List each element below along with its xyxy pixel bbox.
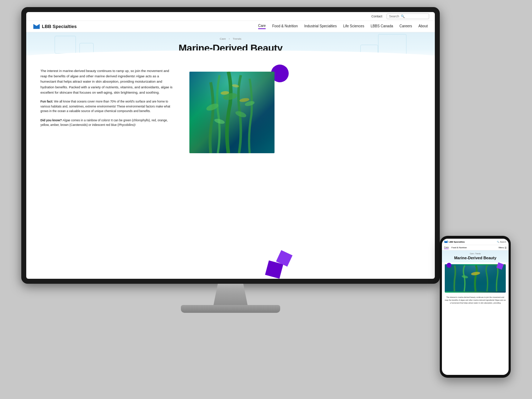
nav-care[interactable]: Care (258, 24, 266, 29)
phone-topbar: LBB Specialties 🔍 Search (442, 239, 509, 245)
nav-life-sciences[interactable]: Life Sciences (343, 24, 364, 29)
breadcrumb-current: Trends (233, 37, 242, 40)
phone-nav: Care Food & Nutrition Menu ☰ (442, 245, 509, 250)
fun-fact-text: We all know that oceans cover more than … (40, 100, 170, 113)
search-icon: 🔍 (401, 15, 405, 18)
main-text: The interest in marine-derived beauty co… (40, 68, 175, 95)
phone-menu-button[interactable]: Menu ☰ (499, 246, 506, 249)
monitor-bezel: Contact Search 🔍 LBB Specialties (21, 7, 440, 284)
phone: LBB Specialties 🔍 Search Care Food & Nut… (440, 236, 511, 378)
fun-fact-label: Fun fact: (40, 100, 53, 103)
phone-logo-text: LBB Specialties (449, 241, 465, 243)
phone-logo: LBB Specialties (444, 240, 465, 243)
phone-hero: Care › Trends Marine-Derived Beauty (442, 250, 509, 262)
phone-search-icon: 🔍 (497, 241, 499, 243)
monitor-stand (209, 284, 252, 305)
nav-food-nutrition[interactable]: Food & Nutrition (272, 24, 298, 29)
content-area: The interest in marine-derived beauty co… (26, 61, 435, 279)
phone-nav-food[interactable]: Food & Nutrition (451, 246, 467, 249)
page-title: Marine-Derived Beauty (33, 43, 428, 54)
nav-industrial[interactable]: Industrial Specialties (304, 24, 337, 29)
breadcrumb-parent[interactable]: Care (220, 37, 226, 40)
phone-body-text: The interest in marine-derived beauty co… (442, 294, 509, 306)
monitor-screen: Contact Search 🔍 LBB Specialties (26, 12, 435, 279)
website: Contact Search 🔍 LBB Specialties (26, 12, 435, 279)
monitor: Contact Search 🔍 LBB Specialties (21, 7, 440, 298)
nav-links: Care Food & Nutrition Industrial Special… (258, 24, 428, 29)
phone-search[interactable]: 🔍 Search (497, 241, 506, 243)
nav-careers[interactable]: Careers (399, 24, 412, 29)
search-label: Search (389, 15, 399, 18)
phone-logo-icon (444, 240, 448, 243)
breadcrumb-separator: › (229, 37, 230, 40)
phone-menu-label: Menu (499, 246, 504, 249)
text-column: The interest in marine-derived beauty co… (40, 68, 175, 272)
phone-algae-image (445, 264, 506, 293)
did-you-know: Did you know? Algae comes in a rainbow o… (40, 118, 175, 128)
nav-lbbs-canada[interactable]: LBBS Canada (371, 24, 393, 29)
phone-kelp-svg (445, 264, 506, 293)
phone-nav-care[interactable]: Care (444, 246, 449, 249)
site-logo[interactable]: LBB Specialties (33, 24, 77, 29)
phone-breadcrumb-current: Trends (475, 253, 481, 255)
contact-link[interactable]: Contact (371, 15, 382, 18)
image-column (189, 68, 289, 272)
phone-breadcrumb-parent: Care (470, 253, 474, 255)
scene: Contact Search 🔍 LBB Specialties (0, 0, 532, 399)
did-you-know-label: Did you know? (40, 118, 62, 122)
algae-image (189, 72, 275, 153)
breadcrumb: Care › Trends (33, 37, 428, 40)
phone-search-label: Search (500, 241, 506, 243)
phone-screen: LBB Specialties 🔍 Search Care Food & Nut… (442, 239, 509, 375)
hero-section: Care › Trends Marine-Derived Beauty (26, 32, 435, 61)
logo-text: LBB Specialties (42, 24, 77, 29)
fun-fact: Fun fact: We all know that oceans cover … (40, 99, 175, 114)
phone-breadcrumb-sep: › (474, 253, 475, 255)
search-box[interactable]: Search 🔍 (387, 13, 429, 19)
monitor-base (181, 305, 280, 313)
logo-icon (33, 24, 40, 29)
phone-hamburger-icon: ☰ (505, 246, 506, 249)
phone-image-wrap (445, 264, 506, 293)
kelp-svg (189, 72, 275, 153)
phone-breadcrumb: Care › Trends (445, 253, 506, 255)
phone-page-title: Marine-Derived Beauty (445, 256, 506, 260)
nav-about[interactable]: About (419, 24, 428, 29)
navbar: LBB Specialties Care Food & Nutrition In… (26, 21, 435, 32)
top-bar: Contact Search 🔍 (26, 12, 435, 21)
